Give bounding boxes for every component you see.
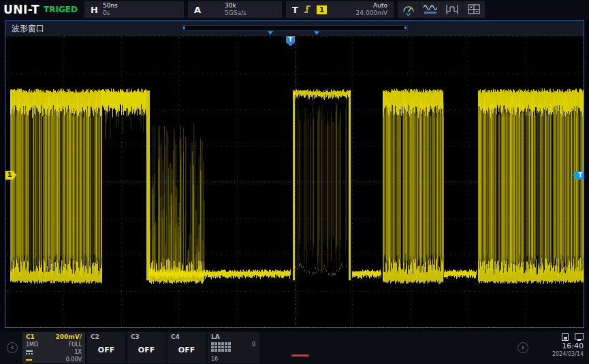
horizontal-label: H bbox=[91, 5, 98, 15]
waveform-canvas bbox=[5, 36, 584, 327]
bottom-bar-spacer bbox=[261, 332, 513, 363]
trigger-label: T bbox=[292, 5, 298, 15]
quick-icons-group bbox=[398, 1, 485, 18]
channel-2-name: C2 bbox=[91, 333, 122, 340]
horizontal-settings-group[interactable]: H 50ns 0s bbox=[84, 1, 184, 18]
dc-coupling-icon bbox=[26, 350, 33, 354]
record-bar-left-cap bbox=[183, 27, 185, 29]
memory-depth-value: 30k bbox=[225, 2, 246, 10]
channel-4-name: C4 bbox=[171, 333, 202, 340]
record-position-bar[interactable] bbox=[182, 25, 408, 31]
la-name: LA bbox=[211, 333, 256, 340]
zoom-handle-left-icon[interactable] bbox=[268, 31, 273, 35]
screen-icon[interactable] bbox=[575, 333, 584, 341]
offset-marker-icon bbox=[26, 359, 32, 361]
channel-1-box[interactable]: C1 200mV/ 1MΩ FULL 1X 0.00V bbox=[22, 332, 85, 363]
waveform-display[interactable]: T 1 T bbox=[5, 36, 584, 327]
la-channels-grid-icon bbox=[211, 342, 256, 352]
display-setup-icon[interactable] bbox=[463, 1, 485, 18]
horizontal-scale-value: 50ns bbox=[103, 2, 118, 10]
menu-page-indicator bbox=[291, 354, 309, 357]
waveform-window: 波形窗口 T 1 T bbox=[5, 20, 584, 328]
channel-4-box[interactable]: C4 OFF bbox=[168, 332, 206, 363]
system-time: 16:40 bbox=[562, 342, 584, 350]
waveform-window-title: 波形窗口 bbox=[12, 23, 44, 35]
channel-1-probe: 1X bbox=[74, 349, 82, 355]
trigger-source-badge: 1 bbox=[317, 5, 327, 14]
system-date: 2024/03/14 bbox=[552, 351, 584, 357]
channel-2-state: OFF bbox=[91, 346, 122, 354]
trigger-status-badge: TRIGED bbox=[44, 5, 80, 14]
channel-3-state: OFF bbox=[131, 346, 162, 354]
next-page-button[interactable]: › bbox=[518, 342, 528, 353]
sample-rate-value: 5GSa/s bbox=[225, 10, 246, 17]
record-bar-right-cap bbox=[404, 27, 407, 29]
horizontal-offset-value: 0s bbox=[103, 10, 118, 17]
zoom-handle-right-icon[interactable] bbox=[314, 31, 319, 35]
la-label-top: 0 bbox=[252, 342, 255, 348]
trigger-slope-icon bbox=[303, 3, 312, 16]
waveform-generator-icon[interactable] bbox=[419, 1, 441, 18]
channel-2-box[interactable]: C2 OFF bbox=[87, 332, 125, 363]
la-label-bottom: 16 bbox=[211, 356, 218, 362]
measure-cursors-icon[interactable] bbox=[441, 1, 463, 18]
save-icon[interactable] bbox=[562, 333, 569, 341]
top-bar: UNI-T TRIGED H 50ns 0s A 30k 5GSa/s T 1 … bbox=[0, 0, 589, 19]
dvm-icon[interactable] bbox=[398, 1, 419, 18]
channel-4-state: OFF bbox=[171, 346, 202, 354]
channel-1-scale: 200mV/ bbox=[56, 333, 82, 340]
acquire-label: A bbox=[194, 5, 201, 15]
channel-1-name: C1 bbox=[26, 333, 35, 340]
trigger-mode-value: Auto bbox=[356, 2, 387, 10]
channel-3-box[interactable]: C3 OFF bbox=[127, 332, 165, 363]
waveform-window-titlebar: 波形窗口 bbox=[5, 21, 584, 36]
system-status-cluster: 16:40 2024/03/14 bbox=[533, 332, 585, 363]
acquire-settings-group[interactable]: A 30k 5GSa/s bbox=[188, 1, 282, 18]
brand-logo: UNI-T bbox=[3, 3, 39, 16]
bottom-bar: ‹ C1 200mV/ 1MΩ FULL 1X 0.00V C2 OFF C3 … bbox=[0, 331, 589, 364]
channel-3-name: C3 bbox=[131, 333, 162, 340]
prev-page-button[interactable]: ‹ bbox=[7, 342, 18, 353]
channel-1-impedance: 1MΩ bbox=[26, 342, 38, 348]
channel-1-offset: 0.00V bbox=[66, 357, 82, 363]
trigger-settings-group[interactable]: T 1 Auto 24.000mV bbox=[286, 1, 394, 18]
trigger-level-value: 24.000mV bbox=[356, 10, 387, 17]
logic-analyzer-box[interactable]: LA 0 16 bbox=[208, 332, 259, 363]
channel-1-bandwidth: FULL bbox=[69, 342, 82, 348]
